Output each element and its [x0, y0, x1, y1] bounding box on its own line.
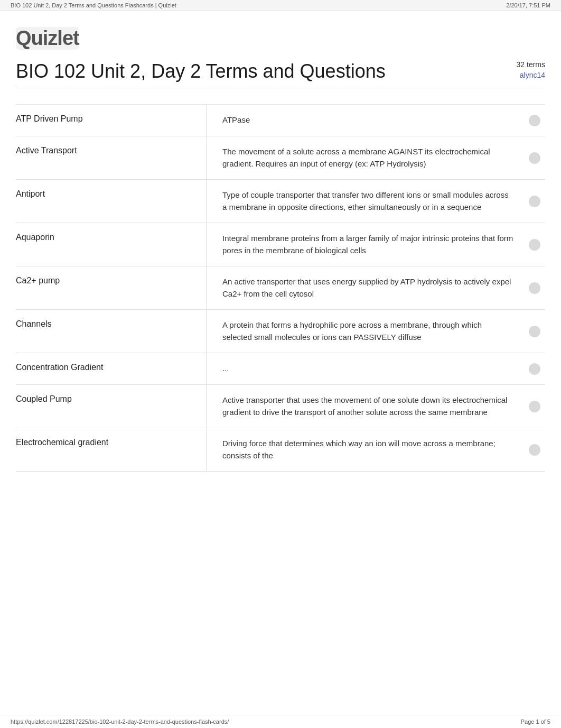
- definition-cell: ...: [206, 353, 524, 384]
- star-icon[interactable]: [529, 326, 540, 337]
- author-link[interactable]: alync14: [517, 71, 545, 79]
- star-icon[interactable]: [529, 363, 540, 375]
- flashcard-row: Active TransportThe movement of a solute…: [16, 136, 545, 179]
- definition-cell: ATPase: [206, 105, 524, 136]
- definition-cell: The movement of a solute across a membra…: [206, 136, 524, 179]
- tab-title: BIO 102 Unit 2, Day 2 Terms and Question…: [11, 2, 176, 8]
- main-content: Quizlet BIO 102 Unit 2, Day 2 Terms and …: [0, 11, 561, 493]
- page-header: BIO 102 Unit 2, Day 2 Terms and Question…: [16, 60, 545, 88]
- star-icon[interactable]: [529, 115, 540, 126]
- flashcard-row: Ca2+ pumpAn active transporter that uses…: [16, 266, 545, 309]
- action-cell[interactable]: [524, 266, 545, 309]
- flashcard-row: AquaporinIntegral membrane proteins from…: [16, 223, 545, 266]
- action-cell[interactable]: [524, 180, 545, 223]
- term-cell: Ca2+ pump: [16, 266, 206, 309]
- flashcard-row: ATP Driven PumpATPase: [16, 104, 545, 136]
- definition-cell: Driving force that determines which way …: [206, 428, 524, 471]
- page-footer: https://quizlet.com/122817225/bio-102-un…: [0, 715, 561, 728]
- page-title: BIO 102 Unit 2, Day 2 Terms and Question…: [16, 60, 517, 82]
- page-meta: 32 terms alync14: [517, 60, 545, 79]
- term-cell: Concentration Gradient: [16, 353, 206, 384]
- term-cell: Active Transport: [16, 136, 206, 179]
- logo-area: Quizlet: [16, 27, 545, 50]
- browser-top-bar: BIO 102 Unit 2, Day 2 Terms and Question…: [0, 0, 561, 11]
- flashcard-table: ATP Driven PumpATPaseActive TransportThe…: [16, 104, 545, 472]
- footer-url: https://quizlet.com/122817225/bio-102-un…: [11, 718, 229, 725]
- flashcard-row: Electrochemical gradientDriving force th…: [16, 428, 545, 472]
- quizlet-logo[interactable]: Quizlet: [16, 27, 79, 50]
- action-cell[interactable]: [524, 136, 545, 179]
- star-icon[interactable]: [529, 401, 540, 412]
- star-icon[interactable]: [529, 282, 540, 294]
- star-icon[interactable]: [529, 152, 540, 164]
- term-cell: Antiport: [16, 180, 206, 223]
- action-cell[interactable]: [524, 428, 545, 471]
- term-cell: Coupled Pump: [16, 385, 206, 428]
- star-icon[interactable]: [529, 196, 540, 207]
- definition-cell: An active transporter that uses energy s…: [206, 266, 524, 309]
- definition-cell: Active transporter that uses the movemen…: [206, 385, 524, 428]
- timestamp: 2/20/17, 7:51 PM: [506, 2, 550, 8]
- flashcard-row: ChannelsA protein that forms a hydrophil…: [16, 309, 545, 353]
- definition-cell: Integral membrane proteins from a larger…: [206, 223, 524, 266]
- definition-cell: Type of couple transporter that transfer…: [206, 180, 524, 223]
- flashcard-row: AntiportType of couple transporter that …: [16, 179, 545, 223]
- flashcard-row: Coupled PumpActive transporter that uses…: [16, 384, 545, 428]
- flashcard-row: Concentration Gradient...: [16, 353, 545, 384]
- action-cell[interactable]: [524, 105, 545, 136]
- action-cell[interactable]: [524, 353, 545, 384]
- term-cell: Electrochemical gradient: [16, 428, 206, 471]
- action-cell[interactable]: [524, 385, 545, 428]
- action-cell[interactable]: [524, 310, 545, 353]
- star-icon[interactable]: [529, 444, 540, 456]
- terms-count: 32 terms: [517, 60, 545, 69]
- term-cell: Channels: [16, 310, 206, 353]
- action-cell[interactable]: [524, 223, 545, 266]
- definition-cell: A protein that forms a hydrophilic pore …: [206, 310, 524, 353]
- footer-page-info: Page 1 of 5: [521, 718, 550, 725]
- term-cell: ATP Driven Pump: [16, 105, 206, 136]
- star-icon[interactable]: [529, 239, 540, 251]
- term-cell: Aquaporin: [16, 223, 206, 266]
